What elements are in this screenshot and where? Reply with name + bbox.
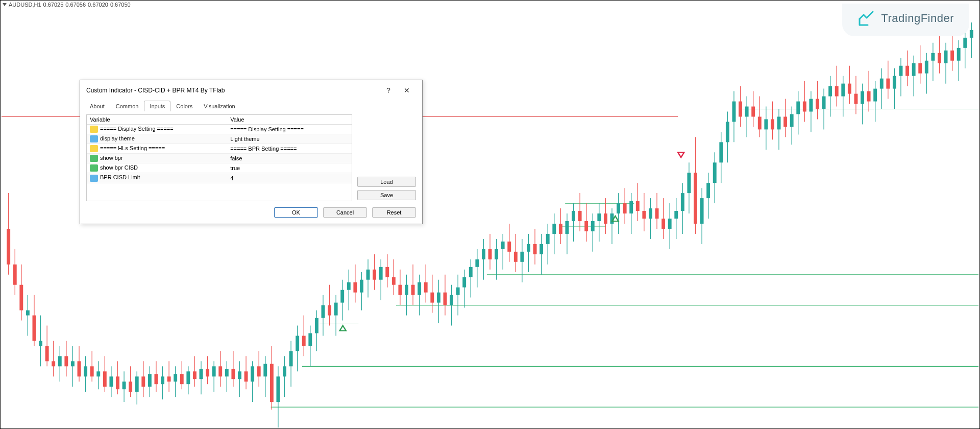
svg-rect-80 [231,369,235,379]
param-row[interactable]: ===== Display Setting ========== Display… [87,125,352,134]
reset-button[interactable]: Reset [372,207,416,218]
svg-rect-50 [135,376,139,392]
svg-rect-292 [912,63,916,76]
svg-rect-266 [828,86,832,97]
param-row[interactable]: display themeLight theme [87,134,352,144]
svg-rect-120 [360,280,363,293]
svg-rect-190 [584,221,588,231]
param-name: ===== Display Setting ===== [100,126,174,132]
svg-rect-70 [200,369,203,379]
svg-rect-288 [899,66,903,76]
dropdown-triangle-icon[interactable] [3,3,7,6]
svg-rect-260 [809,99,813,112]
svg-rect-94 [276,376,280,402]
svg-rect-200 [617,203,620,213]
svg-rect-36 [90,366,94,376]
svg-rect-74 [212,366,216,376]
price-1: 0.67025 [43,2,64,8]
svg-rect-234 [726,122,729,142]
param-row[interactable]: BPR CISD Limit4 [87,173,352,183]
svg-rect-216 [668,219,672,229]
svg-rect-62 [174,374,177,382]
svg-rect-220 [681,193,684,211]
svg-rect-102 [302,336,306,346]
svg-rect-38 [96,371,100,376]
param-value[interactable]: true [227,163,352,173]
svg-rect-274 [854,94,857,104]
tab-colors[interactable]: Colors [170,101,198,111]
svg-rect-78 [225,369,229,376]
svg-rect-156 [475,259,479,267]
svg-rect-112 [334,303,338,316]
param-value[interactable]: ===== Display Setting ===== [227,125,352,134]
tab-common[interactable]: Common [110,101,144,111]
param-value[interactable]: 4 [227,173,352,183]
svg-rect-134 [405,285,408,295]
svg-rect-270 [841,84,845,97]
svg-rect-92 [270,364,274,402]
svg-rect-284 [886,79,890,89]
svg-rect-176 [540,244,543,254]
tab-about[interactable]: About [84,101,110,111]
help-button[interactable]: ? [379,84,398,97]
svg-rect-108 [322,305,325,318]
svg-rect-154 [469,267,473,277]
param-name: ===== HLs Setting ===== [100,145,165,151]
svg-rect-280 [873,89,877,102]
param-value[interactable]: ===== BPR Setting ===== [227,144,352,154]
svg-rect-236 [732,102,736,122]
brand-badge: TradingFinder [842,4,969,36]
svg-rect-256 [796,102,800,114]
param-type-icon [90,145,98,152]
svg-rect-60 [167,376,171,382]
price-2: 0.67056 [65,2,86,8]
svg-rect-250 [777,116,781,129]
svg-rect-126 [379,267,383,280]
svg-rect-184 [565,221,569,234]
dialog-title: Custom Indicator - CISD-CID + BPR MT4 By… [86,87,379,94]
svg-rect-202 [623,203,627,213]
close-button[interactable]: ✕ [398,84,416,97]
param-row[interactable]: ===== HLs Setting ========== BPR Setting… [87,144,352,154]
load-button[interactable]: Load [357,177,416,187]
param-value[interactable]: Light theme [227,134,352,144]
dialog-titlebar[interactable]: Custom Indicator - CISD-CID + BPR MT4 By… [80,80,422,99]
svg-rect-180 [552,224,556,234]
svg-rect-230 [713,162,717,183]
svg-rect-186 [572,211,575,221]
tradingfinder-logo-icon [857,10,875,27]
svg-rect-40 [103,371,107,387]
svg-rect-272 [848,84,851,94]
svg-rect-262 [816,99,819,109]
svg-rect-144 [437,293,440,303]
param-value[interactable]: false [227,154,352,163]
param-row[interactable]: show bpr CISDtrue [87,163,352,173]
svg-rect-58 [161,376,164,384]
svg-rect-152 [462,277,466,288]
svg-rect-48 [129,382,132,392]
symbol-label: AUDUSD,H1 [9,2,41,8]
parameters-grid[interactable]: Variable Value ===== Display Setting ===… [86,114,352,201]
svg-rect-308 [963,38,967,48]
svg-rect-194 [597,213,601,221]
chart-header: AUDUSD,H1 0.67025 0.67056 0.67020 0.6705… [3,2,131,8]
svg-rect-208 [642,211,646,219]
svg-rect-68 [193,371,197,379]
cancel-button[interactable]: Cancel [323,207,367,218]
svg-rect-118 [353,282,357,293]
tab-visualization[interactable]: Visualization [198,101,241,111]
svg-rect-268 [835,86,839,97]
param-row[interactable]: show bprfalse [87,154,352,163]
svg-rect-168 [514,252,518,262]
app-frame: AUDUSD,H1 0.67025 0.67056 0.67020 0.6705… [0,0,980,429]
save-button[interactable]: Save [357,190,416,200]
brand-name: TradingFinder [881,12,954,25]
svg-rect-20 [39,341,42,346]
svg-rect-212 [655,208,659,219]
svg-rect-240 [745,107,749,117]
ok-button[interactable]: OK [274,207,318,218]
svg-rect-138 [418,282,421,295]
tab-inputs[interactable]: Inputs [144,101,170,111]
svg-rect-164 [501,242,505,249]
svg-rect-14 [19,285,23,311]
